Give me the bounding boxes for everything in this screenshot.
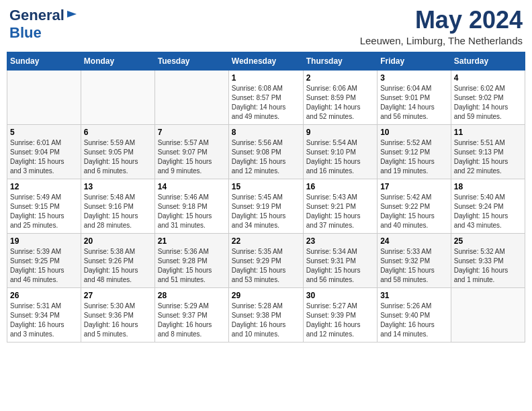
day-info: Sunrise: 5:59 AMSunset: 9:05 PMDaylight:… bbox=[84, 138, 152, 176]
day-number: 24 bbox=[380, 236, 448, 246]
day-number: 17 bbox=[380, 182, 448, 191]
day-info: Sunrise: 5:48 AMSunset: 9:16 PMDaylight:… bbox=[84, 193, 152, 230]
calendar-cell: 20Sunrise: 5:38 AMSunset: 9:26 PMDayligh… bbox=[81, 233, 154, 287]
day-info: Sunrise: 5:52 AMSunset: 9:12 PMDaylight:… bbox=[380, 138, 448, 176]
calendar-cell: 16Sunrise: 5:43 AMSunset: 9:21 PMDayligh… bbox=[303, 179, 377, 233]
header-day-wednesday: Wednesday bbox=[228, 52, 303, 70]
calendar-cell: 8Sunrise: 5:56 AMSunset: 9:08 PMDaylight… bbox=[228, 124, 303, 179]
day-number: 12 bbox=[10, 182, 78, 191]
calendar-week-5: 26Sunrise: 5:31 AMSunset: 9:34 PMDayligh… bbox=[7, 287, 525, 342]
day-info: Sunrise: 6:02 AMSunset: 9:02 PMDaylight:… bbox=[454, 84, 522, 122]
day-number: 14 bbox=[158, 182, 226, 191]
day-number: 18 bbox=[454, 182, 522, 191]
day-number: 19 bbox=[10, 236, 78, 246]
calendar-cell bbox=[154, 70, 228, 124]
calendar-cell: 10Sunrise: 5:52 AMSunset: 9:12 PMDayligh… bbox=[378, 124, 451, 179]
day-info: Sunrise: 5:43 AMSunset: 9:21 PMDaylight:… bbox=[306, 193, 374, 230]
day-info: Sunrise: 5:36 AMSunset: 9:28 PMDaylight:… bbox=[158, 247, 226, 285]
header-day-friday: Friday bbox=[378, 52, 451, 70]
day-info: Sunrise: 5:49 AMSunset: 9:15 PMDaylight:… bbox=[10, 193, 78, 230]
day-number: 29 bbox=[232, 291, 300, 300]
day-number: 20 bbox=[84, 236, 152, 246]
calendar-cell: 12Sunrise: 5:49 AMSunset: 9:15 PMDayligh… bbox=[7, 179, 81, 233]
day-number: 25 bbox=[454, 236, 522, 246]
day-info: Sunrise: 5:40 AMSunset: 9:24 PMDaylight:… bbox=[454, 193, 522, 230]
calendar-week-4: 19Sunrise: 5:39 AMSunset: 9:25 PMDayligh… bbox=[7, 233, 525, 287]
day-info: Sunrise: 6:04 AMSunset: 9:01 PMDaylight:… bbox=[380, 84, 448, 122]
day-info: Sunrise: 5:51 AMSunset: 9:13 PMDaylight:… bbox=[454, 138, 522, 176]
calendar-cell: 9Sunrise: 5:54 AMSunset: 9:10 PMDaylight… bbox=[303, 124, 377, 179]
day-number: 7 bbox=[158, 128, 226, 137]
header-day-saturday: Saturday bbox=[451, 52, 525, 70]
day-info: Sunrise: 5:57 AMSunset: 9:07 PMDaylight:… bbox=[158, 138, 226, 176]
day-number: 23 bbox=[306, 236, 374, 246]
day-info: Sunrise: 6:08 AMSunset: 8:57 PMDaylight:… bbox=[232, 84, 300, 122]
day-info: Sunrise: 5:29 AMSunset: 9:37 PMDaylight:… bbox=[158, 302, 226, 339]
calendar-cell: 3Sunrise: 6:04 AMSunset: 9:01 PMDaylight… bbox=[378, 70, 451, 124]
month-year-title: May 2024 bbox=[360, 7, 523, 34]
day-number: 11 bbox=[454, 128, 522, 137]
page-header: General Blue May 2024 Leeuwen, Limburg, … bbox=[7, 7, 525, 46]
calendar-cell bbox=[81, 70, 154, 124]
day-number: 31 bbox=[380, 291, 448, 300]
calendar-cell: 19Sunrise: 5:39 AMSunset: 9:25 PMDayligh… bbox=[7, 233, 81, 287]
calendar-cell: 14Sunrise: 5:46 AMSunset: 9:18 PMDayligh… bbox=[154, 179, 228, 233]
location-subtitle: Leeuwen, Limburg, The Netherlands bbox=[360, 35, 523, 46]
day-number: 16 bbox=[306, 182, 374, 191]
day-info: Sunrise: 5:56 AMSunset: 9:08 PMDaylight:… bbox=[232, 138, 300, 176]
calendar-cell: 26Sunrise: 5:31 AMSunset: 9:34 PMDayligh… bbox=[7, 287, 81, 342]
day-info: Sunrise: 5:31 AMSunset: 9:34 PMDaylight:… bbox=[10, 302, 78, 339]
calendar-week-3: 12Sunrise: 5:49 AMSunset: 9:15 PMDayligh… bbox=[7, 179, 525, 233]
day-info: Sunrise: 5:34 AMSunset: 9:31 PMDaylight:… bbox=[306, 247, 374, 285]
day-number: 4 bbox=[454, 73, 522, 83]
calendar-cell: 21Sunrise: 5:36 AMSunset: 9:28 PMDayligh… bbox=[154, 233, 228, 287]
day-number: 28 bbox=[158, 291, 226, 300]
calendar-cell: 30Sunrise: 5:27 AMSunset: 9:39 PMDayligh… bbox=[303, 287, 377, 342]
svg-marker-0 bbox=[67, 11, 77, 17]
calendar-cell: 29Sunrise: 5:28 AMSunset: 9:38 PMDayligh… bbox=[228, 287, 303, 342]
calendar-cell: 24Sunrise: 5:33 AMSunset: 9:32 PMDayligh… bbox=[378, 233, 451, 287]
day-number: 15 bbox=[232, 182, 300, 191]
day-number: 1 bbox=[232, 73, 300, 83]
calendar-week-1: 1Sunrise: 6:08 AMSunset: 8:57 PMDaylight… bbox=[7, 70, 525, 124]
calendar-cell: 25Sunrise: 5:32 AMSunset: 9:33 PMDayligh… bbox=[451, 233, 525, 287]
calendar-week-2: 5Sunrise: 6:01 AMSunset: 9:04 PMDaylight… bbox=[7, 124, 525, 179]
calendar-cell: 31Sunrise: 5:26 AMSunset: 9:40 PMDayligh… bbox=[378, 287, 451, 342]
day-info: Sunrise: 5:39 AMSunset: 9:25 PMDaylight:… bbox=[10, 247, 78, 285]
day-number: 13 bbox=[84, 182, 152, 191]
day-number: 8 bbox=[232, 128, 300, 137]
day-number: 22 bbox=[232, 236, 300, 246]
day-info: Sunrise: 5:26 AMSunset: 9:40 PMDaylight:… bbox=[380, 302, 448, 339]
logo-arrow-icon bbox=[66, 8, 78, 20]
day-info: Sunrise: 5:33 AMSunset: 9:32 PMDaylight:… bbox=[380, 247, 448, 285]
header-day-monday: Monday bbox=[81, 52, 154, 70]
day-number: 3 bbox=[380, 73, 448, 83]
calendar-cell: 5Sunrise: 6:01 AMSunset: 9:04 PMDaylight… bbox=[7, 124, 81, 179]
logo: General Blue bbox=[9, 7, 78, 42]
day-info: Sunrise: 5:54 AMSunset: 9:10 PMDaylight:… bbox=[306, 138, 374, 176]
calendar-header-row: SundayMondayTuesdayWednesdayThursdayFrid… bbox=[7, 52, 525, 70]
day-info: Sunrise: 5:27 AMSunset: 9:39 PMDaylight:… bbox=[306, 302, 374, 339]
header-day-thursday: Thursday bbox=[303, 52, 377, 70]
calendar-table: SundayMondayTuesdayWednesdayThursdayFrid… bbox=[7, 52, 525, 342]
day-number: 26 bbox=[10, 291, 78, 300]
day-number: 5 bbox=[10, 128, 78, 137]
day-info: Sunrise: 5:38 AMSunset: 9:26 PMDaylight:… bbox=[84, 247, 152, 285]
calendar-cell: 13Sunrise: 5:48 AMSunset: 9:16 PMDayligh… bbox=[81, 179, 154, 233]
day-info: Sunrise: 6:06 AMSunset: 8:59 PMDaylight:… bbox=[306, 84, 374, 122]
day-number: 30 bbox=[306, 291, 374, 300]
calendar-cell: 11Sunrise: 5:51 AMSunset: 9:13 PMDayligh… bbox=[451, 124, 525, 179]
day-info: Sunrise: 5:32 AMSunset: 9:33 PMDaylight:… bbox=[454, 247, 522, 285]
calendar-cell: 15Sunrise: 5:45 AMSunset: 9:19 PMDayligh… bbox=[228, 179, 303, 233]
logo-general: General bbox=[9, 7, 64, 24]
day-number: 2 bbox=[306, 73, 374, 83]
calendar-cell: 28Sunrise: 5:29 AMSunset: 9:37 PMDayligh… bbox=[154, 287, 228, 342]
calendar-cell: 4Sunrise: 6:02 AMSunset: 9:02 PMDaylight… bbox=[451, 70, 525, 124]
header-day-tuesday: Tuesday bbox=[154, 52, 228, 70]
header-day-sunday: Sunday bbox=[7, 52, 81, 70]
logo-blue: Blue bbox=[9, 24, 42, 42]
day-info: Sunrise: 5:42 AMSunset: 9:22 PMDaylight:… bbox=[380, 193, 448, 230]
day-info: Sunrise: 5:28 AMSunset: 9:38 PMDaylight:… bbox=[232, 302, 300, 339]
day-number: 10 bbox=[380, 128, 448, 137]
day-number: 6 bbox=[84, 128, 152, 137]
